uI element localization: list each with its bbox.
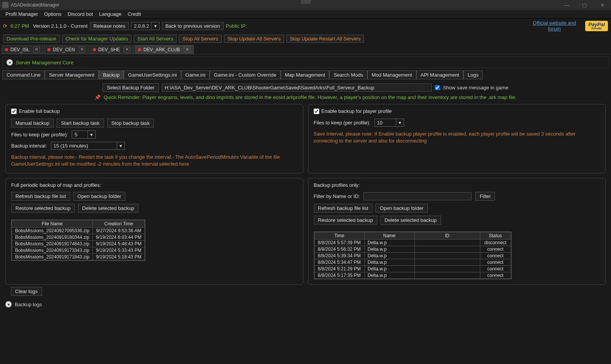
- menu-item[interactable]: Credit: [125, 10, 144, 18]
- stop-update-restart-button[interactable]: Stop Update Restart All Servers: [286, 35, 364, 43]
- public-ip-label: Public IP:: [226, 23, 247, 29]
- website-link[interactable]: Official website and forum: [527, 20, 581, 32]
- subtab[interactable]: Map Management: [281, 70, 330, 79]
- subtab[interactable]: API Management: [416, 70, 463, 79]
- subtab[interactable]: Game.ini - Custom Override: [210, 70, 281, 79]
- chevron-down-icon[interactable]: ▾: [396, 119, 404, 126]
- menu-item[interactable]: Discord bot: [64, 10, 96, 18]
- table-row[interactable]: BobsMissions_20240927095336.zip9/27/2024…: [12, 228, 145, 234]
- server-tab-label: DEV_ISL: [10, 47, 29, 52]
- refresh-backup-list-button[interactable]: Refresh backup file list: [11, 192, 70, 201]
- menu-item[interactable]: Options: [41, 10, 65, 18]
- profile-restore-button[interactable]: Restore selected backup: [314, 216, 377, 225]
- clear-logs-button[interactable]: Clear logs: [11, 287, 42, 296]
- check-updates-button[interactable]: Check for Manager Updates: [62, 35, 132, 43]
- profile-refresh-button[interactable]: Refresh backup file list: [314, 204, 373, 213]
- subtab[interactable]: Logs: [463, 70, 483, 79]
- subtab[interactable]: Backup: [99, 70, 124, 79]
- server-tab[interactable]: DEV_ARK_CLUB✕: [135, 45, 194, 54]
- chevron-down-icon[interactable]: ▾: [5, 301, 12, 307]
- chevron-down-icon[interactable]: ▾: [151, 22, 159, 30]
- table-row[interactable]: 8/8/2024 5:39:34 PMDelta.w.pconnect: [314, 253, 511, 259]
- delete-backup-button[interactable]: Delete selected backup: [78, 204, 138, 213]
- close-icon[interactable]: ✕: [33, 47, 40, 52]
- menu-item[interactable]: Language: [96, 10, 125, 18]
- profile-delete-button[interactable]: Delete selected backup: [380, 216, 441, 225]
- reload-icon[interactable]: ⟳: [3, 23, 7, 29]
- start-all-servers-button[interactable]: Start All Servers: [134, 35, 177, 43]
- table-header[interactable]: File Name: [12, 220, 93, 228]
- minimize-button[interactable]: —: [558, 0, 576, 10]
- table-row[interactable]: BobsMissions_20240919171843.zip9/19/2024…: [12, 254, 145, 260]
- server-tab[interactable]: DEV_ISL✕: [2, 45, 43, 54]
- backup-logs-label: Backup logs: [15, 302, 42, 307]
- server-tab-label: DEV_CEN: [53, 47, 75, 52]
- subtab[interactable]: Server Management: [45, 70, 99, 79]
- profile-backup-table[interactable]: TimeNameIDStatus8/8/2024 5:57:39 PMDelta…: [314, 231, 512, 279]
- profile-open-folder-button[interactable]: Open backup folder: [375, 204, 428, 213]
- table-header[interactable]: Time: [314, 232, 364, 240]
- subtab[interactable]: Mod Management: [367, 70, 416, 79]
- map-backup-title: Full periodic backup of map and profiles…: [11, 182, 298, 188]
- reminder-text: 📌 Quick Reminder: Player engrams, levels…: [5, 94, 606, 100]
- enable-player-backup-checkbox[interactable]: [314, 109, 319, 114]
- table-header[interactable]: Name: [364, 232, 414, 240]
- full-backup-panel: Enable full backup Manual backup Start b…: [5, 104, 303, 173]
- menu-item[interactable]: Profil Manager: [2, 10, 41, 18]
- server-tab[interactable]: DEV_SHE✕: [89, 45, 134, 54]
- table-row[interactable]: BobsMissions_20240919174843.zip9/19/2024…: [12, 241, 145, 247]
- start-backup-task-button[interactable]: Start backup task: [57, 119, 104, 127]
- stop-all-servers-button[interactable]: Stop All Servers: [179, 35, 222, 43]
- table-row[interactable]: 8/8/2024 5:34:47 PMDelta.w.pconnect: [314, 259, 511, 266]
- filter-button[interactable]: Filter: [475, 192, 495, 201]
- version-combo-value: 2.0.8.2: [131, 22, 151, 30]
- filter-input[interactable]: [364, 192, 471, 200]
- files-keep-label: Files to keep (per profile):: [11, 132, 68, 138]
- show-save-message-checkbox[interactable]: [435, 85, 440, 90]
- paypal-donate-button[interactable]: PayPal Donate: [585, 21, 608, 31]
- table-row[interactable]: 8/8/2024 5:21:29 PMDelta.w.pconnect: [314, 266, 511, 272]
- enable-player-backup-label: Enable backup for player profile: [321, 108, 392, 114]
- backup-interval-combo[interactable]: 15 (15 minutes) ▾: [51, 142, 125, 150]
- download-pre-release-button[interactable]: Download Pre-release: [3, 35, 60, 43]
- close-icon[interactable]: ✕: [124, 47, 130, 52]
- server-tab-label: DEV_ARK_CLUB: [143, 47, 180, 52]
- close-button[interactable]: ✕: [593, 0, 611, 10]
- subtab[interactable]: Command Line: [2, 70, 45, 79]
- table-row[interactable]: 8/8/2024 5:17:35 PMDelta.w.pconnect: [314, 272, 511, 279]
- select-backup-folder-button[interactable]: Select Backup Folder: [103, 83, 159, 92]
- table-header[interactable]: ID: [414, 232, 480, 240]
- stop-backup-task-button[interactable]: Stop backup task: [107, 119, 154, 127]
- table-row[interactable]: 8/8/2024 5:56:32 PMDelta.w.pconnect: [314, 246, 511, 253]
- map-backup-table[interactable]: File NameCreation TimeBobsMissions_20240…: [11, 220, 145, 261]
- table-row[interactable]: BobsMissions_20240919173343.zip9/19/2024…: [12, 247, 145, 254]
- subtab[interactable]: Search Mods: [329, 70, 367, 79]
- table-header[interactable]: Status: [480, 232, 511, 240]
- backup-folder-path-input[interactable]: [162, 84, 432, 92]
- version-combo[interactable]: 2.0.8.2 ▾: [131, 22, 160, 30]
- release-notes-button[interactable]: Release notes: [90, 22, 129, 30]
- back-version-button[interactable]: Back to previous version: [162, 22, 224, 30]
- chevron-down-icon[interactable]: ▾: [117, 142, 125, 149]
- close-icon[interactable]: ✕: [184, 47, 190, 52]
- close-icon[interactable]: ✕: [79, 47, 85, 52]
- enable-full-backup-checkbox[interactable]: [11, 109, 17, 114]
- chevron-down-icon[interactable]: ▾: [7, 59, 13, 65]
- maximize-button[interactable]: ▢: [576, 0, 593, 10]
- tab-hint: [301, 0, 311, 4]
- backup-logs-row: ▾ Backup logs: [0, 298, 611, 310]
- stop-update-all-button[interactable]: Stop Update All Servers: [224, 35, 284, 43]
- manual-backup-button[interactable]: Manual backup: [11, 119, 54, 127]
- table-row[interactable]: BobsMissions_20240919180344.zip9/19/2024…: [12, 234, 145, 241]
- subtab[interactable]: Game.ini: [181, 70, 210, 79]
- version-label: Version 2.1.1.0 - Current: [33, 23, 88, 29]
- table-row[interactable]: 8/8/2024 5:57:39 PMDelta.w.pdisconnect: [314, 240, 511, 246]
- subtab[interactable]: GameUserSettings.ini: [124, 70, 181, 79]
- table-header[interactable]: Creation Time: [93, 220, 145, 228]
- player-files-keep-combo[interactable]: 10 ▾: [374, 119, 404, 127]
- open-backup-folder-button[interactable]: Open backup folder: [73, 192, 125, 201]
- server-tab[interactable]: DEV_CEN✕: [44, 45, 89, 54]
- chevron-down-icon[interactable]: ▾: [88, 131, 95, 138]
- restore-backup-button[interactable]: Restore selected backup: [11, 204, 75, 213]
- files-keep-combo[interactable]: 5 ▾: [72, 131, 96, 139]
